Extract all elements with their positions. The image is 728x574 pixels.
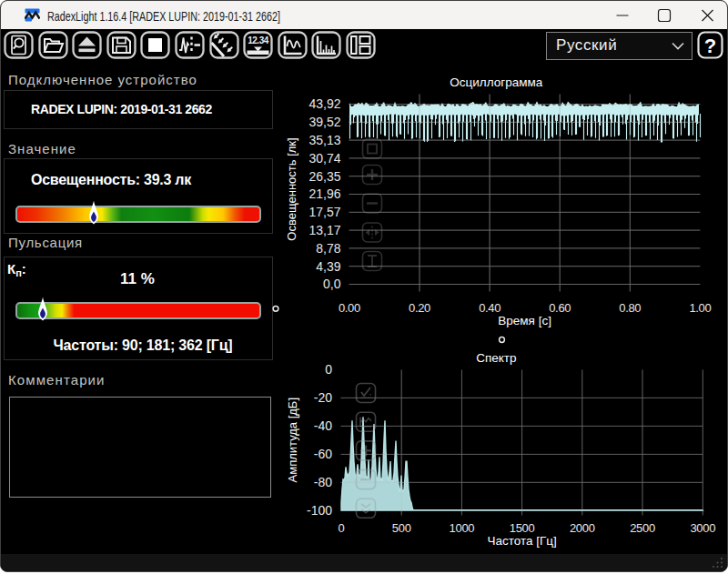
svg-text:0.20: 0.20 (409, 301, 430, 315)
svg-text:Освещенность [лк]: Освещенность [лк] (285, 137, 298, 240)
svg-text:43,92: 43,92 (308, 96, 340, 111)
svg-text:30,74: 30,74 (308, 151, 340, 166)
svg-text:Спектр: Спектр (476, 351, 516, 365)
svg-text:4,39: 4,39 (316, 259, 340, 274)
svg-text:-20: -20 (314, 390, 332, 405)
svg-text:3000: 3000 (690, 521, 715, 535)
svg-text:Амплитуда [дБ]: Амплитуда [дБ] (286, 398, 299, 482)
svg-text:2500: 2500 (630, 521, 655, 535)
svg-text:0.00: 0.00 (339, 301, 360, 315)
svg-text:1000: 1000 (450, 521, 475, 535)
svg-text:1500: 1500 (510, 521, 535, 535)
svg-text:-100: -100 (307, 503, 332, 518)
svg-text:-60: -60 (314, 447, 332, 461)
svg-text:8,78: 8,78 (316, 241, 340, 256)
svg-text:Частота [Гц]: Частота [Гц] (487, 534, 556, 548)
svg-text:0: 0 (339, 521, 345, 535)
svg-text:2000: 2000 (570, 521, 595, 535)
svg-text:17,57: 17,57 (308, 205, 340, 219)
svg-text:26,35: 26,35 (308, 169, 340, 184)
svg-text:0: 0 (325, 362, 332, 377)
svg-text:39,52: 39,52 (308, 115, 340, 129)
svg-text:13,17: 13,17 (308, 223, 340, 237)
svg-text:0.60: 0.60 (549, 301, 571, 315)
svg-text:0.80: 0.80 (619, 301, 641, 315)
svg-text:21,96: 21,96 (308, 186, 340, 201)
svg-text:-80: -80 (314, 475, 332, 489)
svg-text:-40: -40 (314, 418, 332, 433)
svg-text:0,0: 0,0 (323, 277, 341, 291)
svg-text:Осциллограмма: Осциллограмма (450, 76, 542, 89)
svg-text:1.00: 1.00 (689, 301, 711, 315)
svg-text:35,13: 35,13 (308, 133, 340, 147)
svg-text:Время [с]: Время [с] (498, 314, 551, 327)
svg-text:500: 500 (392, 521, 411, 535)
